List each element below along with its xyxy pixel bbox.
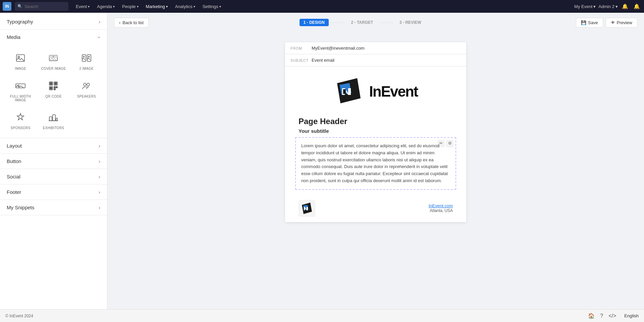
social-header[interactable]: Social ›: [0, 169, 107, 184]
svg-point-8: [88, 56, 89, 57]
nav-marketing[interactable]: Marketing ▾: [143, 3, 171, 10]
chevron-down-icon: ▾: [137, 5, 139, 8]
bell-icon[interactable]: 🔔: [632, 3, 641, 10]
svg-rect-16: [50, 87, 52, 89]
sponsors-icon: [13, 110, 28, 125]
svg-rect-29: [343, 89, 346, 94]
qr-code-icon: [46, 78, 61, 93]
media-item-cover-image[interactable]: COVER IMAGE: [38, 48, 68, 73]
media-item-image[interactable]: IMAGE: [5, 48, 36, 73]
button-header[interactable]: Button ›: [0, 154, 107, 169]
nav-analytics[interactable]: Analytics ▾: [172, 3, 199, 10]
media-item-full-width-image[interactable]: FULL WIDTH IMAGE: [5, 76, 36, 105]
step-1-badge: 1 - DESIGN: [300, 19, 329, 26]
help-icon[interactable]: ?: [600, 313, 603, 319]
inevent-logo: InEvent: [334, 76, 418, 107]
back-button[interactable]: ‹ Back to list: [114, 18, 149, 28]
svg-rect-22: [49, 117, 52, 121]
svg-rect-14: [50, 83, 52, 85]
email-preview: FROM MyEvent@ineventmail.com SUBJECT Eve…: [285, 42, 466, 222]
svg-point-7: [83, 56, 84, 57]
chevron-down-icon: ▾: [593, 4, 596, 9]
block-action-pencil[interactable]: ✏: [437, 140, 445, 147]
email-page-header: Page Header: [285, 113, 466, 128]
preview-button[interactable]: 👁 Preview: [606, 18, 637, 28]
nav-event[interactable]: Event ▾: [72, 3, 93, 10]
code-icon[interactable]: </>: [608, 313, 616, 319]
cover-image-icon: [46, 51, 61, 65]
email-text-block[interactable]: Lorem ipsum dolor sit amet, consectetur …: [295, 137, 456, 190]
block-action-settings[interactable]: ⚙: [446, 140, 453, 147]
layout-header[interactable]: Layout ›: [0, 138, 107, 153]
media-grid: IMAGE COVER IMAGE: [0, 45, 107, 138]
media-item-qr-code[interactable]: QR CODE: [38, 76, 68, 105]
nav-settings[interactable]: Settings ▾: [199, 3, 224, 10]
nav-people[interactable]: People ▾: [119, 3, 142, 10]
bottom-icons: 🏠 ? </> English: [588, 313, 639, 319]
chevron-right-icon: ›: [99, 190, 100, 195]
logo-icon: [334, 76, 364, 107]
nav-right: My Event ▾ Admin 2 ▾ 🔔 🔔: [574, 3, 641, 10]
email-footer: InEvent.com Atlanta, USA: [285, 195, 466, 222]
chevron-down-icon: ▾: [219, 5, 221, 8]
media-item-sponsors[interactable]: SPONSORS: [5, 107, 36, 132]
step-3-badge: 3 - REVIEW: [395, 19, 425, 26]
step-1: 1 - DESIGN: [300, 19, 329, 26]
save-button[interactable]: 💾 Save: [576, 18, 603, 28]
step-2: 2 - TARGET: [347, 19, 377, 26]
language-selector[interactable]: English: [624, 313, 639, 318]
svg-point-21: [87, 83, 90, 86]
arrow-left-icon: ‹: [119, 20, 120, 25]
svg-point-4: [53, 56, 54, 58]
snippets-header[interactable]: My Snippets ›: [0, 200, 107, 215]
footer-logo: [299, 200, 315, 217]
my-event-dropdown[interactable]: My Event ▾: [574, 4, 596, 9]
media-item-exhibitors[interactable]: EXHIBITORS: [38, 107, 68, 132]
header-actions: 💾 Save 👁 Preview: [576, 18, 637, 28]
chevron-down-icon: ▾: [113, 5, 115, 8]
footer-link[interactable]: InEvent.com: [429, 203, 453, 208]
search-box[interactable]: 🔍: [15, 2, 68, 11]
email-logo-area: InEvent: [285, 66, 466, 113]
nav-items: Event ▾ Agenda ▾ People ▾ Marketing ▾ An…: [72, 3, 573, 10]
steps-indicator: 1 - DESIGN ········ 2 - TARGET ········ …: [300, 19, 425, 26]
search-input[interactable]: [24, 4, 65, 9]
chevron-right-icon: ›: [99, 174, 100, 179]
chevron-right-icon: ›: [99, 159, 100, 164]
home-icon[interactable]: 🏠: [588, 313, 595, 319]
sidebar-section-snippets: My Snippets ›: [0, 200, 107, 215]
app-logo[interactable]: IN: [3, 2, 11, 11]
svg-rect-19: [54, 89, 55, 90]
speakers-icon: [79, 78, 94, 93]
footer-info: InEvent.com Atlanta, USA: [429, 203, 453, 213]
bottom-bar: © InEvent 2024 🏠 ? </> English: [0, 309, 644, 322]
sidebar-section-typography: Typography ›: [0, 14, 107, 30]
svg-point-20: [84, 83, 86, 86]
notifications-icon[interactable]: 🔔: [621, 3, 630, 10]
svg-rect-24: [56, 118, 57, 121]
chevron-down-icon: ▾: [166, 5, 168, 8]
full-width-image-icon: [13, 78, 28, 93]
footer-logo-icon: [300, 202, 314, 215]
typography-header[interactable]: Typography ›: [0, 14, 107, 29]
top-navigation: IN 🔍 Event ▾ Agenda ▾ People ▾ Marketing…: [0, 0, 644, 13]
preview-icon: 👁: [611, 20, 615, 25]
svg-rect-18: [56, 87, 57, 88]
footer-header[interactable]: Footer ›: [0, 184, 107, 200]
admin-dropdown[interactable]: Admin 2 ▾: [598, 4, 618, 9]
nav-agenda[interactable]: Agenda ▾: [94, 3, 118, 10]
media-item-speakers[interactable]: SPEAKERS: [71, 76, 102, 105]
email-subtitle: Your subtitle: [285, 128, 466, 137]
chevron-right-icon: ›: [99, 143, 100, 149]
media-header[interactable]: Media ›: [0, 30, 107, 45]
step-2-badge: 2 - TARGET: [347, 19, 377, 26]
footer-address: Atlanta, USA: [430, 208, 453, 213]
media-item-2image[interactable]: 2 IMAGE: [71, 48, 102, 73]
main-area: Typography › Media ›: [0, 13, 644, 309]
email-content: InEvent Page Header Your subtitle Lorem …: [285, 66, 466, 222]
block-actions: ✏ ⚙: [437, 140, 453, 147]
chevron-down-icon: ▾: [615, 4, 618, 9]
email-subject-row: SUBJECT Event email: [285, 54, 466, 66]
svg-rect-23: [53, 115, 55, 121]
svg-point-1: [18, 56, 20, 58]
